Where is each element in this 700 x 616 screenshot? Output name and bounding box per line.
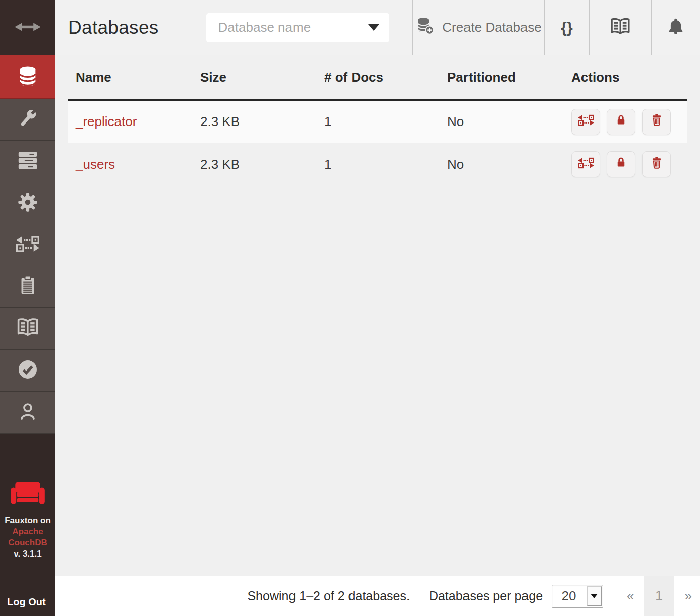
- caret-down-icon: [587, 586, 602, 606]
- sidebar-item-account[interactable]: [0, 392, 55, 434]
- footer-divider: [616, 576, 616, 616]
- sidebar-item-configuration[interactable]: [0, 182, 55, 224]
- brand-text-version: v. 3.1.1: [5, 548, 51, 560]
- permissions-button[interactable]: [607, 109, 635, 135]
- database-name-input[interactable]: [217, 19, 369, 36]
- size-cell: 2.3 KB: [200, 114, 324, 130]
- per-page-value: 20: [552, 585, 586, 607]
- databases-table: Name Size # of Docs Partitioned Actions …: [68, 55, 687, 186]
- docs-cell: 1: [324, 157, 447, 172]
- footer: Showing 1–2 of 2 databases. Databases pe…: [55, 576, 700, 616]
- sidebar-item-databases[interactable]: [0, 55, 55, 99]
- logout-button[interactable]: Log Out: [0, 596, 46, 616]
- partitioned-cell: No: [447, 157, 571, 172]
- book-icon: [609, 16, 631, 40]
- per-page-select[interactable]: 20: [552, 585, 603, 608]
- column-header-name: Name: [76, 70, 200, 85]
- server-list-icon: [16, 149, 39, 174]
- replication-icon: [577, 157, 595, 172]
- brand-text-apache: Apache: [5, 526, 51, 537]
- lock-icon: [614, 113, 628, 131]
- showing-text: Showing 1–2 of 2 databases.: [247, 589, 410, 603]
- database-name-combobox[interactable]: [206, 13, 389, 42]
- table-row: _replicator 2.3 KB 1 No: [68, 101, 687, 143]
- lock-icon: [614, 156, 628, 173]
- databases-content: Name Size # of Docs Partitioned Actions …: [55, 55, 700, 576]
- row-actions: [571, 151, 687, 177]
- per-page-label: Databases per page: [429, 589, 543, 603]
- header-actions: Create Database {}: [412, 0, 700, 55]
- json-icon: {}: [561, 19, 572, 36]
- main-area: Databases: [55, 0, 700, 616]
- bell-icon: [666, 17, 685, 38]
- pagination-prev-button[interactable]: «: [627, 588, 634, 604]
- docs-cell: 1: [324, 114, 447, 130]
- sidebar-item-documentation[interactable]: [0, 308, 55, 350]
- create-database-icon: [415, 16, 435, 39]
- pagination-next-button[interactable]: »: [685, 588, 692, 604]
- replication-icon: [577, 114, 595, 130]
- database-link[interactable]: _replicator: [76, 114, 137, 129]
- row-actions: [571, 109, 687, 135]
- column-header-docs: # of Docs: [324, 70, 447, 85]
- trash-icon: [650, 113, 664, 131]
- couch-logo: [5, 480, 51, 510]
- brand-text-couchdb: CouchDB: [5, 537, 51, 548]
- column-header-partitioned: Partitioned: [447, 70, 571, 85]
- sidebar-item-verify[interactable]: [0, 350, 55, 392]
- sidebar-item-setup[interactable]: [0, 99, 55, 141]
- database-icon: [16, 65, 39, 90]
- notifications-button[interactable]: [651, 0, 700, 55]
- delete-button[interactable]: [642, 151, 671, 177]
- delete-button[interactable]: [642, 109, 671, 135]
- replicate-button[interactable]: [571, 109, 600, 135]
- create-database-label: Create Database: [442, 20, 542, 35]
- page-title: Databases: [68, 17, 159, 38]
- brand-block: Fauxton on Apache CouchDB v. 3.1.1: [5, 480, 51, 560]
- column-header-actions: Actions: [571, 70, 687, 85]
- replicate-button[interactable]: [571, 151, 600, 177]
- brand-text-fauxton: Fauxton on: [5, 515, 51, 526]
- sidebar-item-active-tasks[interactable]: [0, 141, 55, 182]
- database-link[interactable]: _users: [76, 157, 115, 172]
- gear-icon: [17, 191, 39, 215]
- api-json-button[interactable]: {}: [544, 0, 589, 55]
- sidebar-item-tasks-clipboard[interactable]: [0, 266, 55, 308]
- sidebar: Fauxton on Apache CouchDB v. 3.1.1 Log O…: [0, 0, 55, 616]
- table-row: _users 2.3 KB 1 No: [68, 143, 687, 186]
- sidebar-item-replication[interactable]: [0, 224, 55, 266]
- wrench-icon: [16, 107, 39, 132]
- create-database-button[interactable]: Create Database: [412, 0, 544, 55]
- trash-icon: [650, 156, 664, 173]
- clipboard-icon: [17, 275, 39, 299]
- permissions-button[interactable]: [607, 151, 635, 177]
- check-circle-icon: [17, 358, 39, 383]
- caret-down-icon: [368, 24, 379, 31]
- partitioned-cell: No: [447, 114, 571, 130]
- user-icon: [17, 401, 38, 424]
- sidebar-footer: Fauxton on Apache CouchDB v. 3.1.1 Log O…: [0, 434, 55, 616]
- table-header-row: Name Size # of Docs Partitioned Actions: [68, 55, 687, 101]
- replication-icon: [15, 235, 40, 255]
- header: Databases: [55, 0, 700, 55]
- size-cell: 2.3 KB: [200, 157, 324, 172]
- sidebar-collapse-button[interactable]: [0, 0, 55, 55]
- column-header-size: Size: [200, 70, 324, 85]
- collapse-icon: [14, 19, 41, 36]
- pagination-current-page[interactable]: 1: [644, 576, 674, 616]
- book-icon: [16, 316, 40, 342]
- documentation-button[interactable]: [589, 0, 651, 55]
